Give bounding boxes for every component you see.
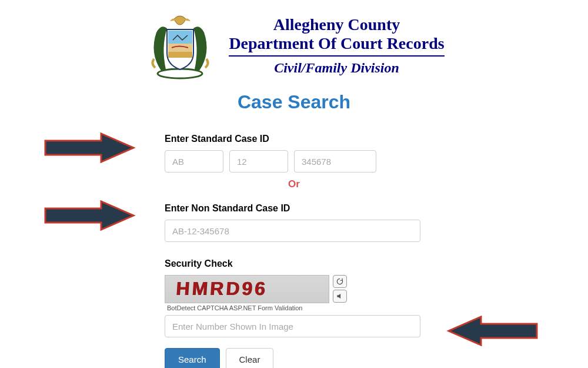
svg-rect-1 <box>168 31 192 44</box>
clear-button[interactable]: Clear <box>226 348 274 368</box>
search-form: Enter Standard Case ID Or Enter Non Stan… <box>165 134 423 368</box>
standard-case-row <box>165 150 423 173</box>
header-banner: Allegheny County Department Of Court Rec… <box>0 0 588 85</box>
captcha-buttons <box>333 275 347 303</box>
title-line-2: Department Of Court Records <box>229 34 444 53</box>
title-divider <box>229 55 444 57</box>
title-block: Allegheny County Department Of Court Rec… <box>229 15 444 76</box>
standard-case-label: Enter Standard Case ID <box>165 134 423 144</box>
button-row: Search Clear <box>165 348 423 368</box>
security-check-label: Security Check <box>165 258 423 269</box>
county-seal <box>143 12 217 79</box>
svg-point-0 <box>158 69 202 78</box>
annotation-arrow-1 <box>42 132 136 163</box>
page-title: Case Search <box>0 91 588 113</box>
title-line-3: Civil/Family Division <box>229 60 444 76</box>
title-line-1: Allegheny County <box>229 15 444 34</box>
nonstandard-case-label: Enter Non Standard Case ID <box>165 203 423 214</box>
nonstd-case-input[interactable] <box>165 220 420 242</box>
std-case-mid-input[interactable] <box>229 150 288 173</box>
annotation-arrow-2 <box>42 200 136 231</box>
captcha-input[interactable] <box>165 315 420 337</box>
reload-icon <box>336 277 344 286</box>
svg-rect-3 <box>168 52 192 58</box>
std-case-suffix-input[interactable] <box>294 150 376 173</box>
speaker-icon <box>336 292 344 300</box>
or-divider: Or <box>165 178 423 190</box>
captcha-audio-button[interactable] <box>333 290 347 303</box>
captcha-text: HMRD96 <box>175 278 268 300</box>
std-case-prefix-input[interactable] <box>165 150 223 173</box>
captcha-row: HMRD96 <box>165 275 423 303</box>
annotation-arrow-3 <box>446 316 540 346</box>
captcha-caption: BotDetect CAPTCHA ASP.NET Form Validatio… <box>165 304 423 311</box>
captcha-reload-button[interactable] <box>333 275 347 288</box>
captcha-image: HMRD96 <box>165 275 329 303</box>
search-button[interactable]: Search <box>165 348 220 368</box>
